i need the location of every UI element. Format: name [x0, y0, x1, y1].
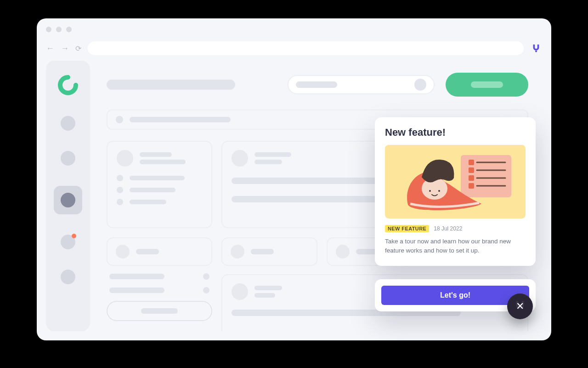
list-card — [107, 237, 212, 266]
sidebar — [46, 61, 90, 331]
svg-rect-8 — [469, 175, 474, 181]
svg-point-11 — [429, 190, 431, 192]
browser-toolbar: ← → ⟳ — [46, 40, 542, 56]
announcement-popover: New feature! NEW FEATURE 18 Jul 2022 T — [375, 117, 536, 266]
close-icon: ✕ — [516, 300, 524, 312]
app-logo-icon — [57, 75, 79, 96]
sidebar-item[interactable] — [61, 235, 75, 249]
primary-action-button[interactable] — [446, 73, 528, 97]
announcement-date: 18 Jul 2022 — [434, 225, 462, 232]
url-bar[interactable] — [88, 41, 524, 55]
close-button[interactable]: ✕ — [507, 293, 533, 319]
window-traffic-lights — [46, 27, 72, 32]
svg-rect-1 — [461, 155, 511, 197]
svg-point-0 — [535, 50, 537, 52]
sidebar-item[interactable] — [61, 116, 75, 131]
back-icon[interactable]: ← — [46, 44, 54, 52]
nav-arrows: ← → ⟳ — [46, 44, 81, 53]
avatar — [414, 79, 426, 91]
placeholder-skeleton — [296, 81, 337, 88]
svg-point-12 — [438, 190, 440, 192]
page-title-skeleton — [107, 80, 235, 90]
forward-icon[interactable]: → — [61, 44, 69, 52]
secondary-button[interactable] — [107, 301, 212, 321]
brand-icon — [530, 42, 542, 54]
traffic-dot — [46, 27, 51, 32]
announcement-description: Take a tour now and learn how our brand … — [385, 237, 526, 256]
sidebar-item[interactable] — [61, 270, 75, 284]
svg-rect-6 — [469, 160, 474, 165]
svg-rect-7 — [469, 167, 474, 173]
traffic-dot — [66, 27, 72, 32]
header-row — [107, 73, 528, 97]
announcement-illustration — [385, 145, 526, 218]
stat-card — [221, 237, 317, 266]
notification-badge — [72, 234, 76, 238]
announcement-title: New feature! — [385, 126, 526, 138]
summary-card — [107, 141, 212, 228]
reload-icon[interactable]: ⟳ — [75, 44, 81, 53]
lets-go-button[interactable]: Let's go! — [381, 286, 529, 305]
sidebar-item-active[interactable] — [54, 186, 82, 214]
sidebar-item[interactable] — [61, 151, 75, 166]
traffic-dot — [56, 27, 62, 32]
svg-rect-9 — [469, 183, 474, 189]
browser-window: ← → ⟳ — [37, 18, 551, 340]
search-input[interactable] — [288, 75, 435, 94]
announcement-tag: NEW FEATURE — [385, 225, 429, 232]
